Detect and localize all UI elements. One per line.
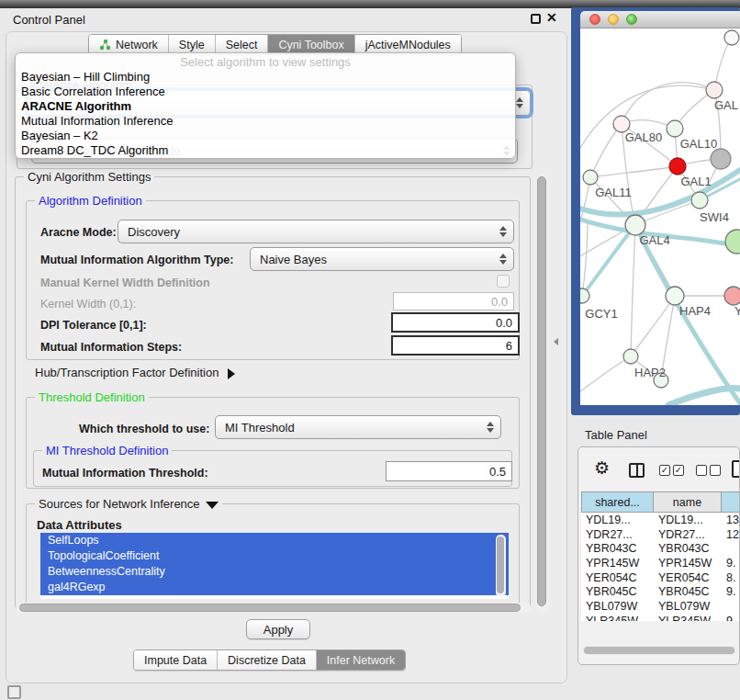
aracne-mode-combo[interactable]: Discovery: [118, 220, 514, 243]
network-edge[interactable]: [631, 225, 635, 356]
node-HAP2[interactable]: [623, 349, 638, 364]
scrollbar-thumb[interactable]: [537, 176, 546, 606]
column-header-partial[interactable]: [722, 491, 740, 513]
settings-vertical-scrollbar[interactable]: [535, 175, 549, 614]
table-cell[interactable]: 8.: [722, 570, 740, 585]
checked-checkbox-icon[interactable]: ✓: [673, 465, 684, 476]
scrollbar-thumb[interactable]: [19, 604, 521, 612]
network-edge[interactable]: [590, 166, 678, 177]
popup-item-basic-correlation[interactable]: Basic Correlation Inference: [16, 85, 515, 99]
table-cell[interactable]: YLR345W: [581, 614, 654, 621]
table-cell[interactable]: YBR043C: [654, 541, 722, 556]
table-cell[interactable]: 12: [722, 527, 740, 542]
network-edge[interactable]: [580, 356, 631, 391]
tab-discretize-data[interactable]: Discretize Data: [217, 650, 316, 670]
attributes-list-scrollbar[interactable]: [496, 535, 506, 597]
tab-select[interactable]: Select: [215, 35, 268, 54]
table-cell[interactable]: [722, 541, 740, 556]
table-cell[interactable]: 9.: [722, 584, 740, 599]
node-HAP4[interactable]: [666, 287, 684, 305]
node-GAL10[interactable]: [667, 120, 683, 137]
mi-algorithm-type-combo[interactable]: Naive Bayes: [250, 247, 514, 271]
node-gray[interactable]: [711, 149, 731, 169]
float-window-icon[interactable]: [531, 14, 541, 24]
tab-infer-network[interactable]: Infer Network: [316, 650, 405, 670]
table-cell[interactable]: 13: [722, 513, 740, 527]
network-edge[interactable]: [622, 83, 714, 124]
network-edge[interactable]: [582, 225, 635, 296]
mi-threshold-field[interactable]: 0.5: [386, 461, 512, 481]
network-edge[interactable]: [590, 124, 622, 177]
tab-style[interactable]: Style: [168, 35, 215, 54]
settings-horizontal-scrollbar[interactable]: [17, 603, 531, 613]
checked-checkbox-icon[interactable]: ✓: [659, 465, 670, 476]
node-SWI4[interactable]: [725, 230, 740, 254]
kernel-width-field[interactable]: 0.0: [393, 292, 514, 310]
table-cell[interactable]: YLR345W: [654, 614, 722, 621]
node-GAL1[interactable]: [691, 192, 708, 209]
table-cell[interactable]: YBL079W: [654, 599, 722, 614]
dpi-tolerance-field[interactable]: 0.0: [391, 312, 520, 333]
network-canvas[interactable]: GALGAL80GAL10GAL1SWI4GAL11GAL4GCY1HAP4YH…: [580, 28, 740, 405]
list-item-gal4rgexp[interactable]: gal4RGexp: [40, 580, 509, 595]
page-icon[interactable]: [732, 460, 740, 478]
splitter-collapse-icon[interactable]: [554, 338, 558, 345]
network-edge[interactable]: [668, 389, 740, 405]
node-red[interactable]: [669, 158, 686, 175]
table-cell[interactable]: YDR27...: [581, 527, 654, 542]
popup-item-mutual-information[interactable]: Mutual Information Inference: [16, 114, 515, 129]
list-item-topologicalcoefficient[interactable]: TopologicalCoefficient: [40, 548, 509, 564]
network-window-titlebar[interactable]: [580, 11, 740, 28]
table-cell[interactable]: YBR043C: [581, 541, 654, 556]
scrollbar-thumb[interactable]: [497, 536, 504, 593]
table-cell[interactable]: YPR145W: [654, 556, 722, 570]
popup-item-dream8[interactable]: Dream8 DC_TDC Algorithm: [16, 143, 515, 158]
table-cell[interactable]: YER054C: [581, 570, 654, 585]
network-edge[interactable]: [631, 296, 675, 356]
table-cell[interactable]: 9.: [722, 614, 740, 621]
column-header-name[interactable]: name: [654, 491, 722, 513]
table-cell[interactable]: YER054C: [654, 570, 722, 585]
close-icon[interactable]: ✕: [546, 10, 557, 25]
network-edge[interactable]: [582, 221, 588, 296]
table-cell[interactable]: 9.: [722, 556, 740, 570]
close-traffic-light-icon[interactable]: [589, 14, 600, 25]
node-top-partial[interactable]: [724, 30, 739, 45]
table-cell[interactable]: YBR045C: [654, 584, 722, 599]
table-horizontal-scrollbar[interactable]: [583, 646, 737, 655]
tab-jactivemnodules[interactable]: jActiveMNodules: [354, 35, 461, 54]
which-threshold-combo[interactable]: MI Threshold: [215, 415, 501, 439]
expanded-arrow-icon[interactable]: [206, 502, 219, 509]
table-cell[interactable]: YBR045C: [581, 584, 654, 599]
manual-kernel-width-checkbox[interactable]: [497, 275, 510, 288]
scrollbar-thumb[interactable]: [584, 647, 734, 654]
gear-icon[interactable]: ⚙: [594, 458, 610, 479]
mi-steps-field[interactable]: 6: [391, 335, 520, 356]
tab-network[interactable]: Network: [89, 35, 168, 54]
node-GAL4[interactable]: [625, 215, 645, 235]
node-salmon[interactable]: [724, 287, 740, 305]
table-cell[interactable]: YBL079W: [581, 599, 654, 614]
unchecked-checkbox-icon[interactable]: [696, 465, 707, 476]
node-gal-partial[interactable]: [706, 82, 723, 98]
list-item-selfloops[interactable]: SelfLoops: [40, 533, 509, 548]
table-cell[interactable]: YDR27...: [654, 527, 722, 542]
column-header-shared-name[interactable]: shared...: [581, 491, 654, 513]
popup-item-aracne[interactable]: ARACNE Algorithm: [16, 99, 515, 114]
table-cell[interactable]: YDL19...: [581, 513, 654, 527]
tab-impute-data[interactable]: Impute Data: [134, 650, 217, 670]
table-cell[interactable]: YPR145W: [581, 556, 654, 570]
popup-item-bayesian-hill-climbing[interactable]: Bayesian – Hill Climbing: [16, 70, 515, 85]
list-item-betweennesscentrality[interactable]: BetweennessCentrality: [40, 564, 509, 580]
minimize-traffic-light-icon[interactable]: [608, 14, 619, 25]
node-GCY1[interactable]: [580, 288, 589, 303]
table-cell[interactable]: YDL19...: [654, 513, 722, 527]
table-cell[interactable]: [722, 599, 740, 614]
minimized-panel-icon[interactable]: [7, 685, 21, 699]
popup-item-bayesian-k2[interactable]: Bayesian – K2: [16, 129, 515, 143]
unchecked-checkbox-icon[interactable]: [710, 465, 721, 476]
node-GAL11[interactable]: [583, 170, 598, 185]
tab-cyni-toolbox[interactable]: Cyni Toolbox: [267, 35, 353, 54]
hub-definition-toggle[interactable]: Hub/Transcription Factor Definition: [35, 366, 235, 379]
apply-button[interactable]: Apply: [246, 619, 310, 639]
